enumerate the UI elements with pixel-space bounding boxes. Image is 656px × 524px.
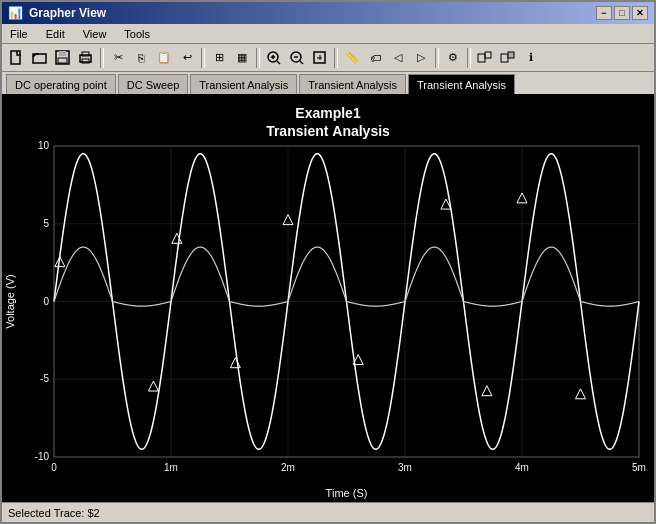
copy-button[interactable]: ⎘ xyxy=(130,47,152,69)
title-text: 📊 Grapher View xyxy=(8,6,106,20)
cut-button[interactable]: ✂ xyxy=(107,47,129,69)
graph-button[interactable]: ▦ xyxy=(231,47,253,69)
tag-button[interactable]: 🏷 xyxy=(364,47,386,69)
grid-button[interactable]: ⊞ xyxy=(208,47,230,69)
marker-button[interactable]: 📏 xyxy=(341,47,363,69)
export1-button[interactable] xyxy=(474,47,496,69)
tab-dc-operating[interactable]: DC operating point xyxy=(6,74,116,94)
toolbar: ✂ ⎘ 📋 ↩ ⊞ ▦ 📏 🏷 ◁ ▷ ⚙ ℹ xyxy=(2,44,654,72)
separator-4 xyxy=(334,48,338,68)
settings-button[interactable]: ⚙ xyxy=(442,47,464,69)
minimize-button[interactable]: − xyxy=(596,6,612,20)
menu-view[interactable]: View xyxy=(79,28,111,40)
main-window: 📊 Grapher View − □ ✕ File Edit View Tool… xyxy=(0,0,656,524)
undo-button[interactable]: ↩ xyxy=(176,47,198,69)
zoom-out-button[interactable] xyxy=(286,47,308,69)
export2-button[interactable] xyxy=(497,47,519,69)
zoom-fit-button[interactable] xyxy=(309,47,331,69)
close-button[interactable]: ✕ xyxy=(632,6,648,20)
menu-file[interactable]: File xyxy=(6,28,32,40)
new-button[interactable] xyxy=(6,47,28,69)
tab-dc-sweep[interactable]: DC Sweep xyxy=(118,74,189,94)
chart-area xyxy=(2,94,654,502)
cursor-right-button[interactable]: ▷ xyxy=(410,47,432,69)
menu-bar: File Edit View Tools xyxy=(2,24,654,44)
svg-rect-18 xyxy=(478,54,485,62)
menu-tools[interactable]: Tools xyxy=(120,28,154,40)
svg-line-9 xyxy=(277,61,280,64)
open-button[interactable] xyxy=(29,47,51,69)
tab-transient-3[interactable]: Transient Analysis xyxy=(408,74,515,94)
separator-5 xyxy=(435,48,439,68)
svg-rect-19 xyxy=(485,52,491,58)
svg-rect-21 xyxy=(508,52,514,58)
zoom-in-button[interactable] xyxy=(263,47,285,69)
cursor-left-button[interactable]: ◁ xyxy=(387,47,409,69)
paste-button[interactable]: 📋 xyxy=(153,47,175,69)
separator-2 xyxy=(201,48,205,68)
status-text: Selected Trace: $2 xyxy=(8,507,100,519)
title-bar: 📊 Grapher View − □ ✕ xyxy=(2,2,654,24)
save-button[interactable] xyxy=(52,47,74,69)
status-bar: Selected Trace: $2 xyxy=(2,502,654,522)
chart-canvas xyxy=(2,94,654,502)
separator-3 xyxy=(256,48,260,68)
menu-edit[interactable]: Edit xyxy=(42,28,69,40)
tab-transient-1[interactable]: Transient Analysis xyxy=(190,74,297,94)
svg-rect-20 xyxy=(501,54,508,62)
tabs-bar: DC operating point DC Sweep Transient An… xyxy=(2,72,654,94)
svg-rect-0 xyxy=(11,51,20,64)
separator-1 xyxy=(100,48,104,68)
app-icon: 📊 xyxy=(8,6,23,20)
svg-rect-3 xyxy=(59,51,66,56)
maximize-button[interactable]: □ xyxy=(614,6,630,20)
window-controls: − □ ✕ xyxy=(596,6,648,20)
tab-transient-2[interactable]: Transient Analysis xyxy=(299,74,406,94)
info-button[interactable]: ℹ xyxy=(520,47,542,69)
window-title: Grapher View xyxy=(29,6,106,20)
svg-rect-4 xyxy=(58,58,67,63)
print-button[interactable] xyxy=(75,47,97,69)
svg-line-13 xyxy=(300,61,303,64)
separator-6 xyxy=(467,48,471,68)
